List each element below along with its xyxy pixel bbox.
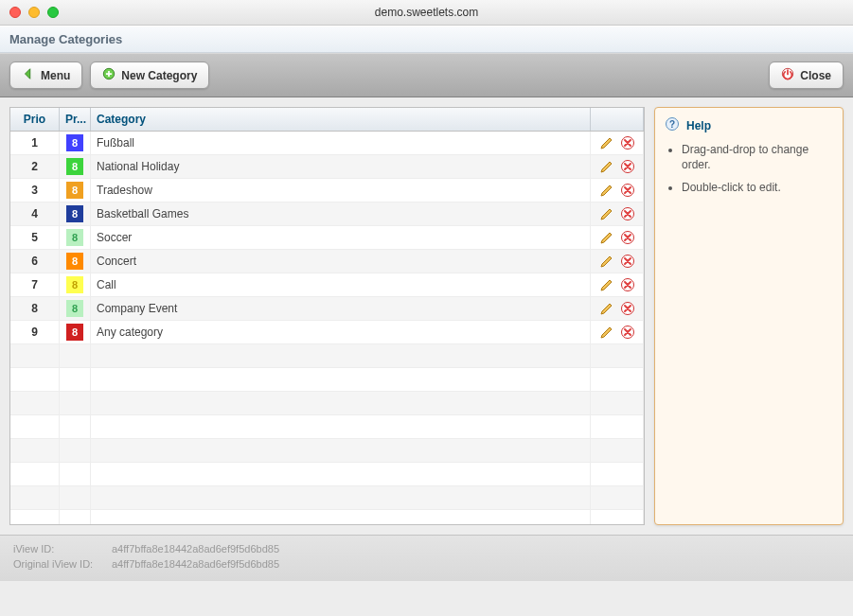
help-list: Drag-and-drop to change order.Double-cli… [665, 142, 833, 196]
delete-icon[interactable] [620, 206, 635, 221]
cell-swatch: 8 [60, 179, 91, 202]
arrow-left-icon [22, 67, 35, 83]
table-row[interactable]: 58Soccer [10, 226, 644, 250]
cell-swatch: 8 [60, 250, 91, 273]
cell-prio: 8 [10, 297, 60, 320]
grid-body[interactable]: 18Fußball28National Holiday38Tradeshow48… [10, 132, 644, 524]
edit-icon[interactable] [599, 230, 614, 245]
col-header-category[interactable]: Category [91, 108, 591, 131]
cell-category: Basketball Games [91, 202, 591, 225]
minimize-window-icon[interactable] [28, 7, 40, 18]
new-category-button[interactable]: New Category [90, 62, 209, 89]
window-host: demo.sweetlets.com [0, 6, 853, 19]
table-row[interactable]: 48Basketball Games [10, 202, 644, 226]
cell-actions [591, 297, 644, 320]
cell-prio: 4 [10, 202, 60, 225]
toolbar: Menu New Category Close [0, 53, 853, 97]
svg-text:?: ? [669, 119, 675, 130]
cell-swatch: 8 [60, 321, 91, 343]
table-row-empty [10, 486, 644, 510]
cell-prio: 5 [10, 226, 60, 249]
delete-icon[interactable] [620, 135, 635, 150]
table-row-empty [10, 439, 644, 463]
cell-category: Soccer [91, 226, 591, 249]
delete-icon[interactable] [620, 183, 635, 198]
help-panel: ? Help Drag-and-drop to change order.Dou… [654, 107, 844, 525]
table-row-empty [10, 415, 644, 439]
edit-icon[interactable] [599, 206, 614, 221]
traffic-lights [0, 7, 59, 18]
help-item: Drag-and-drop to change order. [682, 142, 833, 172]
table-row-empty [10, 368, 644, 392]
delete-icon[interactable] [620, 301, 635, 316]
cell-category: Any category [91, 321, 591, 343]
edit-icon[interactable] [599, 183, 614, 198]
iview-id-value: a4ff7bffa8e18442a8ad6ef9f5d6bd85 [112, 543, 279, 554]
table-row-empty [10, 510, 644, 524]
table-row[interactable]: 98Any category [10, 321, 644, 344]
delete-icon[interactable] [620, 254, 635, 269]
table-row[interactable]: 88Company Event [10, 297, 644, 321]
edit-icon[interactable] [599, 277, 614, 292]
edit-icon[interactable] [599, 325, 614, 340]
cell-prio: 1 [10, 132, 60, 154]
table-row[interactable]: 78Call [10, 273, 644, 297]
cell-actions [591, 226, 644, 249]
close-button[interactable]: Close [769, 62, 844, 89]
window-chrome: demo.sweetlets.com [0, 0, 853, 26]
cell-prio: 6 [10, 250, 60, 273]
cell-actions [591, 179, 644, 202]
col-header-pr[interactable]: Pr... [60, 108, 91, 131]
header-bar: Manage Categories [0, 26, 853, 53]
delete-icon[interactable] [620, 325, 635, 340]
cell-actions [591, 132, 644, 154]
edit-icon[interactable] [599, 254, 614, 269]
menu-button-label: Menu [41, 69, 70, 82]
cell-category: Company Event [91, 297, 591, 320]
cell-prio: 7 [10, 273, 60, 296]
cell-actions [591, 273, 644, 296]
close-window-icon[interactable] [9, 7, 21, 18]
cell-swatch: 8 [60, 155, 91, 178]
table-row[interactable]: 38Tradeshow [10, 179, 644, 202]
category-grid: Prio Pr... Category 18Fußball28National … [9, 107, 645, 525]
zoom-window-icon[interactable] [47, 7, 59, 18]
cell-actions [591, 202, 644, 225]
cell-category: Fußball [91, 132, 591, 154]
cell-actions [591, 321, 644, 343]
cell-prio: 2 [10, 155, 60, 178]
table-row[interactable]: 28National Holiday [10, 155, 644, 179]
edit-icon[interactable] [599, 135, 614, 150]
cell-actions [591, 250, 644, 273]
edit-icon[interactable] [599, 301, 614, 316]
cell-category: Concert [91, 250, 591, 273]
edit-icon[interactable] [599, 159, 614, 174]
close-button-label: Close [800, 69, 831, 82]
cell-prio: 3 [10, 179, 60, 202]
table-row[interactable]: 18Fußball [10, 132, 644, 155]
footer-row-orig: Original iView ID: a4ff7bffa8e18442a8ad6… [13, 558, 840, 570]
help-title-row: ? Help [665, 116, 833, 134]
col-header-prio[interactable]: Prio [10, 108, 60, 131]
plus-icon [102, 67, 116, 83]
cell-prio: 9 [10, 321, 60, 343]
table-row-empty [10, 463, 644, 486]
delete-icon[interactable] [620, 159, 635, 174]
cell-swatch: 8 [60, 273, 91, 296]
menu-button[interactable]: Menu [9, 62, 82, 89]
content: Prio Pr... Category 18Fußball28National … [0, 97, 853, 535]
info-icon: ? [665, 116, 680, 134]
delete-icon[interactable] [620, 230, 635, 245]
col-header-actions [591, 108, 644, 131]
page-title: Manage Categories [9, 32, 844, 46]
cell-swatch: 8 [60, 132, 91, 154]
cell-swatch: 8 [60, 297, 91, 320]
table-row[interactable]: 68Concert [10, 250, 644, 273]
table-row-empty [10, 392, 644, 415]
iview-id-label: iView ID: [13, 543, 100, 554]
footer-row-iview: iView ID: a4ff7bffa8e18442a8ad6ef9f5d6bd… [13, 543, 840, 554]
cell-category: Tradeshow [91, 179, 591, 202]
orig-iview-id-label: Original iView ID: [13, 558, 100, 570]
table-row-empty [10, 344, 644, 368]
delete-icon[interactable] [620, 277, 635, 292]
